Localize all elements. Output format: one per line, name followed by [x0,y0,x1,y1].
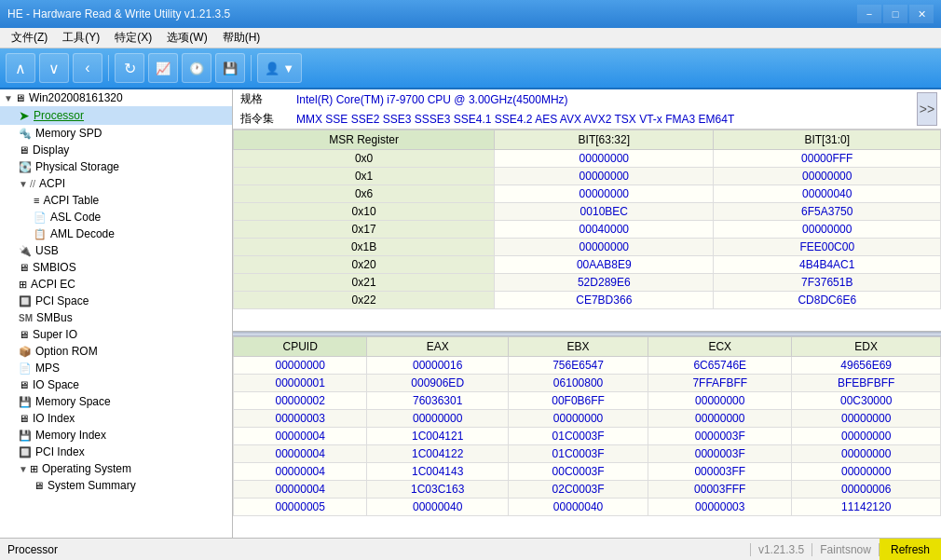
msr-lo: 6F5A3750 [714,203,941,221]
menu-options[interactable]: 选项(W) [159,28,214,48]
cpuid-edx: 11142120 [792,499,941,516]
table-row[interactable]: 0x20 00AAB8E9 4B4B4AC1 [234,256,941,274]
table-row[interactable]: 0x22 CE7BD366 CD8DC6E6 [234,292,941,309]
table-row[interactable]: 00000003 00000000 00000000 00000000 0000… [234,410,941,428]
table-row[interactable]: 0x6 00000000 00000040 [234,185,941,203]
sidebar-item-system-summary[interactable]: 🖥 System Summary [0,477,232,494]
msr-lo: 00000000 [714,168,941,185]
sidebar-item-smbios[interactable]: 🖥 SMBIOS [0,259,232,276]
title-bar: HE - Hardware Read & Write Utility v1.21… [0,0,941,28]
cpuid-eax: 1C004122 [367,445,509,463]
minimize-button[interactable]: − [857,5,881,23]
maximize-button[interactable]: □ [883,5,907,23]
table-row[interactable]: 00000004 1C004121 01C0003F 0000003F 0000… [234,428,941,445]
sidebar-item-smbus[interactable]: SM SMBus [0,309,232,326]
msr-register: 0x10 [234,203,495,221]
table-row[interactable]: 00000001 000906ED 06100800 7FFAFBFF BFEB… [234,375,941,392]
memory-index-icon: 💾 [19,430,32,442]
toolbar-refresh[interactable]: ↻ [115,53,144,83]
sidebar-item-usb[interactable]: 🔌 USB [0,242,232,259]
msr-table-wrapper[interactable]: MSR Register BIT[63:32] BIT[31:0] 0x0 00… [233,130,941,332]
sidebar-item-label: Super IO [33,328,77,341]
cpuid-edx: 00000006 [792,481,941,499]
cpuid-ebx: 00000040 [508,499,648,516]
sidebar: ▼ 🖥 Win202008161320 ➤ Processor 🔩 Memory… [0,89,233,538]
sidebar-item-option-rom[interactable]: 📦 Option ROM [0,343,232,360]
sidebar-item-pci-space[interactable]: 🔲 PCI Space [0,293,232,309]
msr-hi: 0010BEC [495,203,714,221]
sidebar-item-io-space[interactable]: 🖥 IO Space [0,376,232,393]
msr-col-register: MSR Register [234,130,495,150]
mps-icon: 📄 [19,362,32,375]
cpuid-edx: 00000000 [792,445,941,463]
sidebar-item-win[interactable]: ▼ 🖥 Win202008161320 [0,89,232,106]
sidebar-item-memory-space[interactable]: 💾 Memory Space [0,393,232,410]
toolbar-clock[interactable]: 🕐 [182,53,211,83]
sidebar-item-label: AML Decode [50,227,115,240]
toolbar-user[interactable]: 👤 ▼ [257,53,302,83]
toolbar-chart[interactable]: 📈 [148,53,178,83]
cpuid-eax: 00000000 [367,410,509,428]
io-space-icon: 🖥 [19,379,29,390]
toolbar-down[interactable]: ∨ [39,53,69,83]
sidebar-item-label: Memory Index [35,429,106,442]
sidebar-item-asl-code[interactable]: 📄 ASL Code [0,209,232,225]
cpuid-ecx: 00000000 [648,392,792,410]
toolbar-up[interactable]: ∧ [6,53,35,83]
sidebar-item-label: PCI Index [35,445,85,458]
msr-register: 0x20 [234,256,495,274]
close-button[interactable]: ✕ [909,5,934,23]
sidebar-item-mps[interactable]: 📄 MPS [0,360,232,376]
sidebar-item-super-io[interactable]: 🖥 Super IO [0,326,232,343]
sidebar-item-pci-index[interactable]: 🔲 PCI Index [0,444,232,460]
cpuid-ebx: 02C0003F [508,481,648,499]
table-row[interactable]: 0x0 00000000 00000FFF [234,150,941,168]
table-row[interactable]: 0x10 0010BEC 6F5A3750 [234,203,941,221]
menu-file[interactable]: 文件(Z) [4,28,55,48]
toolbar-back[interactable]: ‹ [73,53,102,83]
toolbar-save[interactable]: 💾 [215,53,245,83]
table-row[interactable]: 00000000 00000016 756E6547 6C65746E 4965… [234,357,941,375]
sidebar-item-label: Win202008161320 [29,91,123,104]
menu-special[interactable]: 特定(X) [107,28,159,48]
sidebar-item-label: Memory Space [35,395,111,408]
table-row[interactable]: 00000005 00000040 00000040 00000003 1114… [234,499,941,516]
sidebar-item-acpi-table[interactable]: ≡ ACPI Table [0,192,232,209]
sidebar-item-label: Processor [34,109,84,122]
table-row[interactable]: 0x1 00000000 00000000 [234,168,941,185]
sidebar-item-label: Display [33,143,69,157]
cpuid-table-wrapper[interactable]: CPUID EAX EBX ECX EDX 00000000 00000016 … [233,336,941,538]
table-row[interactable]: 0x17 00040000 00000000 [234,221,941,239]
table-row[interactable]: 00000002 76036301 00F0B6FF 00000000 00C3… [234,392,941,410]
sidebar-item-acpi[interactable]: ▼ // ACPI [0,175,232,192]
table-row[interactable]: 00000004 1C03C163 02C0003F 00003FFF 0000… [234,481,941,499]
msr-hi: 00AAB8E9 [495,256,714,274]
status-bar: Processor v1.21.3.5 Faintsnow Refresh [0,538,941,560]
cpuid-ebx: 01C0003F [508,445,648,463]
sidebar-item-io-index[interactable]: 🖥 IO Index [0,410,232,427]
sidebar-item-memory-index[interactable]: 💾 Memory Index [0,427,232,444]
cpuid-edx: 00000000 [792,463,941,481]
cpuid-ebx: 756E6547 [508,357,648,375]
cpuid-id: 00000004 [234,445,367,463]
sidebar-item-acpi-ec[interactable]: ⊞ ACPI EC [0,276,232,293]
sidebar-item-operating-system[interactable]: ▼ ⊞ Operating System [0,460,232,477]
sidebar-item-display[interactable]: 🖥 Display [0,142,232,158]
arrow-icon: ➤ [19,108,30,123]
cpuid-eax: 76036301 [367,392,509,410]
expand-info-button[interactable]: >> [917,92,937,126]
refresh-button[interactable]: Refresh [880,539,941,561]
cpuid-eax: 00000016 [367,357,509,375]
table-row[interactable]: 0x1B 00000000 FEE00C00 [234,239,941,256]
sidebar-item-memory-spd[interactable]: 🔩 Memory SPD [0,125,232,142]
table-row[interactable]: 0x21 52D289E6 7F37651B [234,274,941,292]
sidebar-item-processor[interactable]: ➤ Processor [0,106,232,125]
table-row[interactable]: 00000004 1C004143 00C0003F 000003FF 0000… [234,463,941,481]
cpuid-eax: 000906ED [367,375,509,392]
instruction-label: 指令集 [240,111,296,127]
menu-tools[interactable]: 工具(Y) [55,28,107,48]
sidebar-item-aml-decode[interactable]: 📋 AML Decode [0,225,232,242]
table-row[interactable]: 00000004 1C004122 01C0003F 0000003F 0000… [234,445,941,463]
sidebar-item-physical-storage[interactable]: 💽 Physical Storage [0,158,232,175]
menu-help[interactable]: 帮助(H) [215,28,268,48]
